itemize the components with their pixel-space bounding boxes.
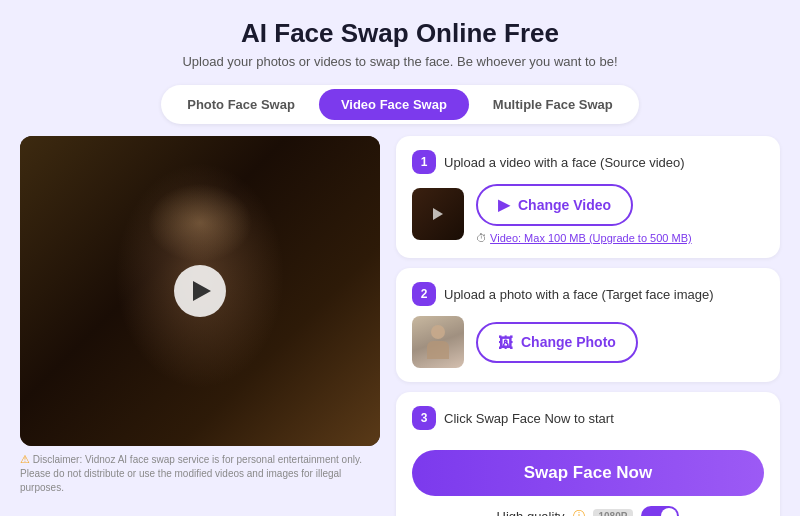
quality-row: High quality ⓘ 1080P bbox=[412, 506, 764, 516]
step1-card: 1 Upload a video with a face (Source vid… bbox=[396, 136, 780, 258]
video-thumbnail bbox=[412, 188, 464, 240]
tab-bar: Photo Face Swap Video Face Swap Multiple… bbox=[161, 85, 639, 124]
video-preview bbox=[20, 136, 380, 446]
step2-title: Upload a photo with a face (Target face … bbox=[444, 287, 714, 302]
step1-num: 1 bbox=[412, 150, 436, 174]
swap-face-button[interactable]: Swap Face Now bbox=[412, 450, 764, 496]
disclaimer-text: ⚠ Disclaimer: Vidnoz AI face swap servic… bbox=[20, 452, 380, 495]
video-background bbox=[20, 136, 380, 446]
change-photo-button[interactable]: 🖼 Change Photo bbox=[476, 322, 638, 363]
image-icon: 🖼 bbox=[498, 334, 513, 351]
play-button[interactable] bbox=[174, 265, 226, 317]
tab-video[interactable]: Video Face Swap bbox=[319, 89, 469, 120]
step2-content: 🖼 Change Photo bbox=[412, 316, 764, 368]
step2-card: 2 Upload a photo with a face (Target fac… bbox=[396, 268, 780, 382]
step1-header: 1 Upload a video with a face (Source vid… bbox=[412, 150, 764, 174]
person-head bbox=[431, 325, 445, 339]
person-body bbox=[427, 341, 449, 359]
step1-title: Upload a video with a face (Source video… bbox=[444, 155, 685, 170]
step3-num: 3 bbox=[412, 406, 436, 430]
quality-toggle[interactable] bbox=[641, 506, 679, 516]
play-icon bbox=[193, 281, 211, 301]
warning-icon: ⚠ bbox=[20, 453, 30, 465]
step3-header: 3 Click Swap Face Now to start bbox=[412, 406, 764, 430]
quality-badge: 1080P bbox=[593, 509, 634, 517]
steps-panel: 1 Upload a video with a face (Source vid… bbox=[396, 136, 780, 516]
step1-content: ▶ Change Video ⏱ Video: Max 100 MB (Upgr… bbox=[412, 184, 764, 244]
photo-thumbnail bbox=[412, 316, 464, 368]
step2-header: 2 Upload a photo with a face (Target fac… bbox=[412, 282, 764, 306]
video-limit-text: ⏱ Video: Max 100 MB (Upgrade to 500 MB) bbox=[476, 232, 692, 244]
page-title: AI Face Swap Online Free bbox=[182, 18, 617, 49]
step2-num: 2 bbox=[412, 282, 436, 306]
change-video-button[interactable]: ▶ Change Video bbox=[476, 184, 633, 226]
main-content: ⚠ Disclaimer: Vidnoz AI face swap servic… bbox=[20, 136, 780, 516]
toggle-knob bbox=[661, 508, 677, 516]
quality-label: High quality bbox=[497, 509, 565, 517]
page-header: AI Face Swap Online Free Upload your pho… bbox=[182, 0, 617, 75]
step3-title: Click Swap Face Now to start bbox=[444, 411, 614, 426]
thumb-play-icon bbox=[433, 208, 443, 220]
clock-icon: ⏱ bbox=[476, 232, 487, 244]
tab-multiple[interactable]: Multiple Face Swap bbox=[471, 89, 635, 120]
video-icon: ▶ bbox=[498, 196, 510, 214]
page-subtitle: Upload your photos or videos to swap the… bbox=[182, 54, 617, 69]
step3-card: 3 Click Swap Face Now to start Swap Face… bbox=[396, 392, 780, 516]
step1-actions: ▶ Change Video ⏱ Video: Max 100 MB (Upgr… bbox=[476, 184, 692, 244]
quality-info-icon: ⓘ bbox=[573, 508, 585, 517]
person-shape bbox=[427, 325, 449, 359]
tab-photo[interactable]: Photo Face Swap bbox=[165, 89, 317, 120]
